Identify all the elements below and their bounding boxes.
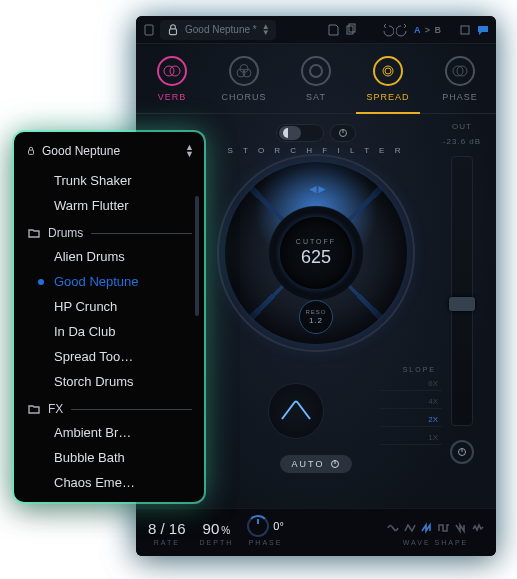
tab-verb[interactable]: VERB	[136, 44, 208, 113]
wave-sawup-icon[interactable]	[421, 522, 433, 537]
undo-redo	[380, 23, 410, 37]
preset-browser-current: Good Neptune	[42, 144, 120, 158]
depth-unit: %	[221, 525, 230, 536]
selected-type-display[interactable]	[268, 383, 324, 439]
wave-sawdown-icon[interactable]	[455, 522, 467, 537]
ab-compare[interactable]: A > B	[414, 25, 442, 35]
preset-item-selected[interactable]: Good Neptune	[14, 269, 204, 294]
preset-browser-popup: Good Neptune ▲▼ Trunk Shaker Warm Flutte…	[14, 132, 204, 502]
wave-sine-icon[interactable]	[387, 522, 399, 537]
folder-icon	[28, 228, 40, 238]
chat-icon[interactable]	[476, 23, 490, 37]
save-icon[interactable]	[326, 23, 340, 37]
rate-label: RATE	[154, 539, 180, 546]
svg-rect-3	[349, 24, 355, 32]
preset-category-drums[interactable]: Drums	[14, 218, 204, 244]
effect-tabs: VERB CHORUS SAT SPREAD PHASE	[136, 44, 496, 114]
output-section: OUT -23.6 dB	[440, 122, 484, 464]
cutoff-value: 625	[301, 247, 331, 268]
rate-value: 8 / 16	[148, 520, 186, 537]
slope-label: SLOPE	[403, 366, 436, 373]
tab-chorus-label: CHORUS	[221, 92, 266, 102]
preset-item[interactable]: Spread Too…	[14, 344, 204, 369]
power-toggle[interactable]	[330, 124, 356, 142]
preset-item[interactable]: Trunk Shaker	[14, 168, 204, 193]
svg-rect-2	[347, 26, 353, 34]
preset-selector[interactable]: Good Neptune * ▲▼	[160, 20, 276, 40]
preset-item[interactable]: In Da Club	[14, 319, 204, 344]
menu-icon[interactable]	[142, 23, 156, 37]
preset-item[interactable]: Chaos Eme…	[14, 470, 204, 495]
divider	[71, 409, 192, 410]
output-power[interactable]	[450, 440, 474, 464]
reso-knob[interactable]: RESO 1.2	[299, 300, 333, 334]
tab-spread-label: SPREAD	[366, 92, 409, 102]
out-db-readout: -23.6 dB	[443, 137, 481, 146]
wave-square-icon[interactable]	[438, 522, 450, 537]
wave-random-icon[interactable]	[472, 522, 484, 537]
preset-item[interactable]: HP Crunch	[14, 294, 204, 319]
copy-icon[interactable]	[344, 23, 358, 37]
tab-sat[interactable]: SAT	[280, 44, 352, 113]
preset-browser-header[interactable]: Good Neptune ▲▼	[14, 138, 204, 168]
tab-phase[interactable]: PHASE	[424, 44, 496, 113]
settings-icon[interactable]	[458, 23, 472, 37]
preset-item[interactable]: Warm Flutter	[14, 193, 204, 218]
storch-filter: S T O R C H F I L T E R ◄► CUTOFF 625 RE…	[211, 148, 421, 358]
preset-item[interactable]: Bubble Bath	[14, 445, 204, 470]
lock-icon	[166, 23, 180, 37]
output-fader[interactable]	[451, 156, 473, 426]
cutoff-dial[interactable]: ◄► CUTOFF 625 RESO 1.2	[225, 162, 407, 344]
out-label: OUT	[452, 122, 472, 131]
preset-item[interactable]: Storch Drums	[14, 369, 204, 394]
chorus-icon	[229, 56, 259, 86]
fader-handle[interactable]	[449, 297, 475, 311]
redo-icon[interactable]	[396, 23, 410, 37]
category-label: Drums	[48, 226, 83, 240]
svg-rect-20	[29, 150, 34, 154]
preset-item[interactable]: Alien Drums	[14, 244, 204, 269]
sat-icon	[301, 56, 331, 86]
wave-tri-icon[interactable]	[404, 522, 416, 537]
svg-rect-1	[170, 28, 177, 34]
slope-6x[interactable]: 6X	[380, 377, 442, 391]
preset-item[interactable]: Ambient Br…	[14, 420, 204, 445]
reso-label: RESO	[305, 309, 326, 315]
preset-category-fx[interactable]: FX	[14, 394, 204, 420]
undo-icon[interactable]	[380, 23, 394, 37]
cutoff-readout: CUTOFF 625	[280, 217, 352, 289]
top-toolbar: Good Neptune * ▲▼ A > B	[136, 16, 496, 44]
svg-rect-0	[145, 25, 153, 35]
diamond-indicator-icon: ◄►	[307, 182, 325, 196]
phase-knob[interactable]	[247, 515, 269, 537]
slope-list: 6X 4X 2X 1X	[380, 377, 442, 445]
depth-control[interactable]: 90% DEPTH	[200, 520, 234, 546]
slope-2x[interactable]: 2X	[380, 413, 442, 427]
spread-icon	[373, 56, 403, 86]
chevron-updown-icon: ▲▼	[262, 24, 270, 36]
svg-point-7	[240, 64, 248, 72]
footer-controls: 8 / 16 RATE 90% DEPTH 0° PHASE WAVE SHAP…	[136, 508, 496, 556]
phase-icon	[445, 56, 475, 86]
slope-4x[interactable]: 4X	[380, 395, 442, 409]
verb-icon	[157, 56, 187, 86]
slope-1x[interactable]: 1X	[380, 431, 442, 445]
svg-point-6	[170, 66, 180, 76]
tab-spread[interactable]: SPREAD	[352, 44, 424, 113]
tab-sat-label: SAT	[306, 92, 326, 102]
svg-point-9	[243, 69, 251, 77]
divider	[91, 233, 192, 234]
auto-label: AUTO	[292, 459, 325, 469]
tab-verb-label: VERB	[158, 92, 187, 102]
auto-button[interactable]: AUTO	[280, 455, 353, 473]
lock-icon	[26, 146, 36, 156]
half-moon-icon	[283, 128, 293, 138]
tab-chorus[interactable]: CHORUS	[208, 44, 280, 113]
phase-control[interactable]: 0° PHASE	[247, 515, 284, 546]
svg-point-11	[385, 68, 391, 74]
rate-control[interactable]: 8 / 16 RATE	[148, 520, 186, 546]
category-label: FX	[48, 402, 63, 416]
svg-rect-4	[461, 26, 469, 34]
half-moon-toggle[interactable]	[276, 124, 324, 142]
tab-phase-label: PHASE	[442, 92, 478, 102]
